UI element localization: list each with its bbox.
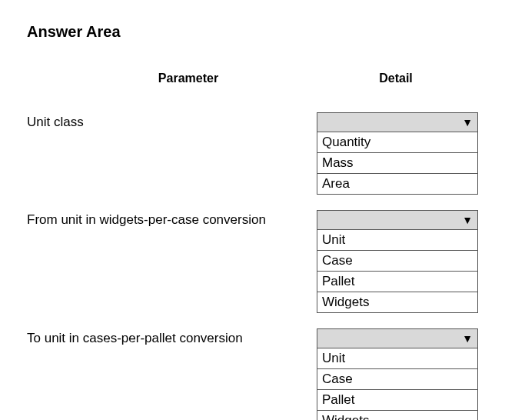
option-quantity[interactable]: Quantity — [317, 132, 477, 152]
header-detail: Detail — [319, 72, 473, 85]
option-unit[interactable]: Unit — [317, 230, 477, 250]
option-pallet[interactable]: Pallet — [317, 389, 477, 410]
chevron-down-icon: ▼ — [462, 215, 473, 225]
chevron-down-icon: ▼ — [462, 117, 473, 128]
options-unit-class: Quantity Mass Area — [317, 132, 478, 195]
page-title: Answer Area — [27, 23, 478, 41]
option-area[interactable]: Area — [317, 173, 477, 194]
option-pallet[interactable]: Pallet — [317, 271, 477, 292]
dropdown-to-unit[interactable]: ▼ — [317, 328, 478, 348]
row-to-unit: To unit in cases-per-pallet conversion ▼… — [27, 328, 478, 420]
dropdown-unit-class[interactable]: ▼ — [317, 112, 478, 132]
option-case[interactable]: Case — [317, 250, 477, 271]
label-unit-class: Unit class — [27, 112, 317, 130]
column-headers: Parameter Detail — [27, 72, 478, 85]
label-to-unit: To unit in cases-per-pallet conversion — [27, 328, 317, 346]
chevron-down-icon: ▼ — [462, 333, 473, 344]
option-unit[interactable]: Unit — [317, 348, 477, 368]
row-unit-class: Unit class ▼ Quantity Mass Area — [27, 112, 478, 195]
option-widgets[interactable]: Widgets — [317, 410, 477, 420]
row-from-unit: From unit in widgets-per-case conversion… — [27, 210, 478, 313]
option-mass[interactable]: Mass — [317, 152, 477, 173]
options-from-unit: Unit Case Pallet Widgets — [317, 230, 478, 313]
dropdown-from-unit[interactable]: ▼ — [317, 210, 478, 230]
option-widgets[interactable]: Widgets — [317, 292, 477, 312]
options-to-unit: Unit Case Pallet Widgets — [317, 348, 478, 420]
header-parameter: Parameter — [27, 72, 319, 85]
option-case[interactable]: Case — [317, 368, 477, 389]
label-from-unit: From unit in widgets-per-case conversion — [27, 210, 317, 228]
